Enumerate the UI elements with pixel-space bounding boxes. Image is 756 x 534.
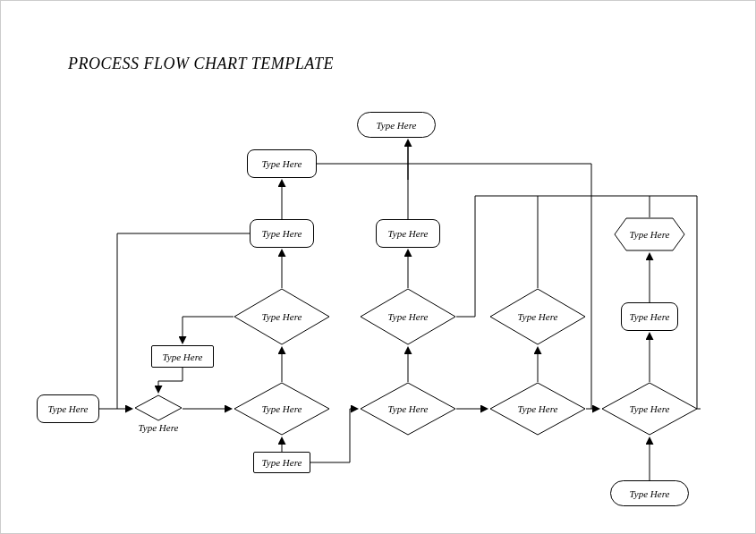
node-label: Type Here xyxy=(48,403,89,414)
diamond-small[interactable] xyxy=(134,394,183,421)
node-label: Type Here xyxy=(630,229,670,240)
rect-start[interactable]: Type Here xyxy=(37,394,99,423)
terminator-bottom[interactable]: Type Here xyxy=(610,480,689,506)
node-label: Type Here xyxy=(518,403,558,414)
diamond-col3-top[interactable]: Type Here xyxy=(489,288,586,345)
svg-marker-1 xyxy=(135,395,182,420)
diamond-col2-bottom[interactable]: Type Here xyxy=(360,382,456,436)
diamond-col2-top[interactable]: Type Here xyxy=(360,288,456,345)
hexagon[interactable]: Type Here xyxy=(614,217,685,251)
process-small-bottom[interactable]: Type Here xyxy=(253,452,310,473)
diamond-col3-bottom[interactable]: Type Here xyxy=(489,382,586,436)
node-label: Type Here xyxy=(262,228,302,239)
connectors xyxy=(1,1,755,533)
diamond-col4[interactable]: Type Here xyxy=(601,382,698,436)
node-label: Type Here xyxy=(262,158,302,169)
node-label: Type Here xyxy=(630,488,670,499)
node-label: Type Here xyxy=(388,228,429,239)
rect-col4[interactable]: Type Here xyxy=(621,302,678,331)
diamond-col1-bottom[interactable]: Type Here xyxy=(234,382,330,436)
rect-mid-left[interactable]: Type Here xyxy=(250,219,314,248)
rect-top-left[interactable]: Type Here xyxy=(247,149,317,178)
diamond-small-label: Type Here xyxy=(134,421,183,434)
rect-col2[interactable]: Type Here xyxy=(376,219,440,248)
diagram-title: PROCESS FLOW CHART TEMPLATE xyxy=(68,55,334,73)
node-label: Type Here xyxy=(518,311,558,322)
node-label: Type Here xyxy=(388,311,429,322)
terminator-top[interactable]: Type Here xyxy=(357,112,436,138)
process-small-mid[interactable]: Type Here xyxy=(151,345,214,368)
node-label: Type Here xyxy=(377,120,417,131)
node-label: Type Here xyxy=(630,311,670,322)
node-label: Type Here xyxy=(262,457,302,468)
node-label: Type Here xyxy=(262,311,302,322)
node-label: Type Here xyxy=(262,403,302,414)
node-label: Type Here xyxy=(630,403,670,414)
diamond-col1-top[interactable]: Type Here xyxy=(234,288,330,345)
flowchart-canvas: PROCESS FLOW CHART TEMPLATE Type Here Ty… xyxy=(0,0,756,534)
node-label: Type Here xyxy=(163,352,203,362)
node-label: Type Here xyxy=(388,403,429,414)
